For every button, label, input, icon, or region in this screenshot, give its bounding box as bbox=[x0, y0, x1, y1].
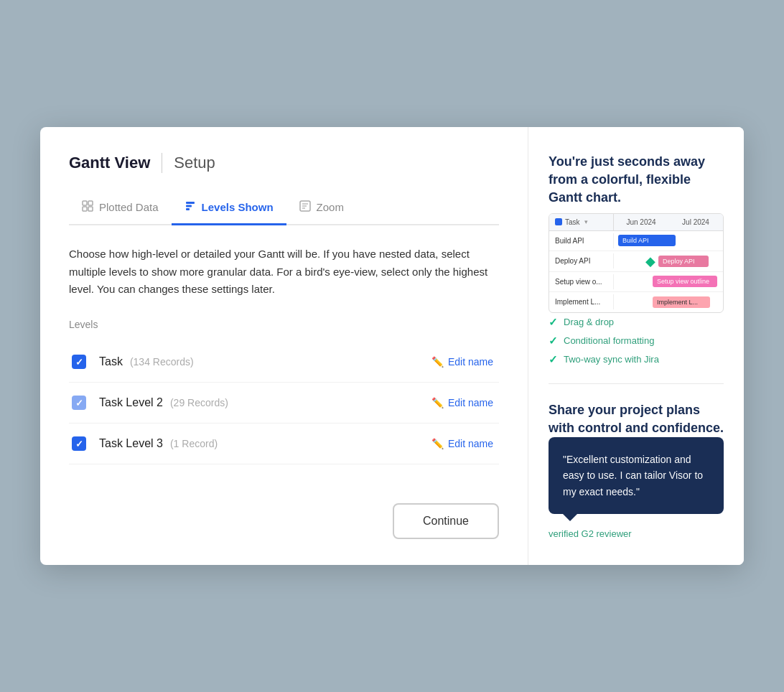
task-level-3-checkbox[interactable]: ✓ bbox=[72, 436, 86, 451]
task-level-3-edit-label: Edit name bbox=[448, 438, 493, 449]
testimonial-text: "Excellent customization and easy to use… bbox=[563, 452, 709, 500]
gantt-bar-build-api: Build API bbox=[618, 235, 676, 246]
tab-plotted-data[interactable]: Plotted Data bbox=[69, 193, 172, 225]
tabs-bar: Plotted Data Levels Shown bbox=[69, 193, 499, 225]
task-level-2-edit-name-button[interactable]: ✏️ Edit name bbox=[426, 394, 499, 411]
gantt-label-setup-view: Setup view o... bbox=[549, 274, 614, 289]
gantt-preview: Task ▾ Jun 2024 Jul 2024 Build API Build… bbox=[549, 213, 724, 313]
task-level-count: (134 Records) bbox=[130, 356, 426, 368]
gantt-bar-area-deploy-api: ◆ Deploy API bbox=[614, 251, 723, 271]
task-level-3-edit-name-button[interactable]: ✏️ Edit name bbox=[426, 435, 499, 452]
task-level-2-count: (29 Records) bbox=[170, 397, 426, 408]
svg-rect-1 bbox=[88, 201, 93, 205]
task-level-2-checkbox-wrap[interactable]: ✓ bbox=[69, 393, 89, 413]
svg-rect-0 bbox=[83, 201, 87, 205]
level-row-task: ✓ Task (134 Records) ✏️ Edit name bbox=[69, 342, 499, 383]
promo-section: You're just seconds away from a colorful… bbox=[549, 153, 724, 366]
plotted-data-icon bbox=[82, 200, 93, 215]
task-level-3-checkmark: ✓ bbox=[75, 439, 83, 449]
task-level-3-name: Task Level 3 bbox=[99, 437, 163, 450]
task-level-2-edit-icon: ✏️ bbox=[431, 397, 444, 408]
gantt-bar-deploy-api: Deploy API bbox=[658, 256, 709, 267]
gantt-bar-implement: Implement L... bbox=[653, 296, 710, 308]
feature-drag-drop: ✓ Drag & drop bbox=[549, 316, 724, 329]
levels-section-label: Levels bbox=[69, 319, 499, 330]
task-level-3-count: (1 Record) bbox=[170, 438, 426, 449]
svg-rect-5 bbox=[186, 205, 192, 207]
task-checkbox-wrap[interactable]: ✓ bbox=[69, 352, 89, 372]
svg-rect-6 bbox=[186, 208, 190, 210]
gantt-bar-setup-view: Setup view outline bbox=[653, 276, 717, 287]
gantt-label-build-api: Build API bbox=[549, 233, 614, 248]
gantt-label-implement: Implement L... bbox=[549, 294, 614, 309]
feature-conditional-label: Conditional formatting bbox=[564, 335, 654, 346]
svg-rect-2 bbox=[83, 207, 87, 211]
overlay: Gantt View Setup Plotted Data bbox=[0, 0, 784, 692]
gantt-col-task: Task ▾ bbox=[549, 214, 614, 230]
levels-shown-icon bbox=[185, 200, 196, 215]
task-level-3-edit-icon: ✏️ bbox=[431, 438, 444, 449]
left-panel: Gantt View Setup Plotted Data bbox=[40, 127, 528, 565]
task-level-3-checkbox-wrap[interactable]: ✓ bbox=[69, 434, 89, 454]
tab-levels-shown-label: Levels Shown bbox=[202, 201, 274, 213]
continue-button[interactable]: Continue bbox=[393, 503, 499, 539]
feature-list: ✓ Drag & drop ✓ Conditional formatting ✓… bbox=[549, 316, 724, 366]
check-icon-jira: ✓ bbox=[549, 353, 558, 366]
gantt-row-deploy-api: Deploy API ◆ Deploy API bbox=[549, 251, 723, 272]
check-icon-drag: ✓ bbox=[549, 316, 558, 329]
task-level-2-checkmark: ✓ bbox=[75, 398, 83, 408]
header-divider bbox=[162, 153, 162, 173]
task-level-name: Task bbox=[99, 355, 123, 368]
gantt-diamond-icon: ◆ bbox=[645, 253, 655, 269]
task-edit-icon: ✏️ bbox=[431, 356, 444, 368]
level-row-task-level-3: ✓ Task Level 3 (1 Record) ✏️ Edit name bbox=[69, 424, 499, 464]
description-text: Choose how high-level or detailed your G… bbox=[69, 246, 499, 299]
svg-rect-3 bbox=[88, 207, 93, 211]
tab-zoom[interactable]: Zoom bbox=[286, 193, 357, 225]
tab-levels-shown[interactable]: Levels Shown bbox=[172, 193, 286, 225]
share-section: Share your project plans with control an… bbox=[549, 401, 724, 540]
check-icon-conditional: ✓ bbox=[549, 335, 558, 347]
task-level-2-name: Task Level 2 bbox=[99, 396, 163, 409]
task-level-2-checkbox[interactable]: ✓ bbox=[72, 396, 86, 410]
task-checkmark: ✓ bbox=[75, 357, 83, 367]
task-checkbox[interactable]: ✓ bbox=[72, 355, 86, 369]
tab-plotted-data-label: Plotted Data bbox=[99, 201, 159, 213]
feature-jira-label: Two-way sync with Jira bbox=[564, 354, 659, 365]
gantt-header: Task ▾ Jun 2024 Jul 2024 bbox=[549, 214, 723, 231]
gantt-col-task-label: Task bbox=[565, 218, 580, 226]
task-edit-label: Edit name bbox=[448, 356, 493, 368]
share-title: Share your project plans with control an… bbox=[549, 401, 724, 437]
svg-rect-4 bbox=[186, 202, 195, 204]
gantt-label-deploy-api: Deploy API bbox=[549, 253, 614, 268]
right-panel: You're just seconds away from a colorful… bbox=[528, 127, 744, 565]
tab-zoom-label: Zoom bbox=[317, 201, 344, 213]
feature-drag-drop-label: Drag & drop bbox=[564, 317, 614, 327]
modal-footer: Continue bbox=[69, 480, 499, 539]
header-row: Gantt View Setup bbox=[69, 153, 499, 173]
reviewer-label: verified G2 reviewer bbox=[549, 528, 724, 539]
zoom-icon bbox=[299, 200, 311, 215]
gantt-bar-area-build-api: Build API bbox=[614, 233, 723, 248]
task-level-2-edit-label: Edit name bbox=[448, 397, 493, 408]
gantt-dropdown-icon: ▾ bbox=[584, 218, 588, 225]
gantt-row-build-api: Build API Build API bbox=[549, 231, 723, 251]
gantt-month-jul: Jul 2024 bbox=[668, 214, 723, 230]
modal-title: Gantt View bbox=[69, 154, 150, 172]
level-row-task-level-2: ✓ Task Level 2 (29 Records) ✏️ Edit name bbox=[69, 383, 499, 424]
promo-title: You're just seconds away from a colorful… bbox=[549, 153, 724, 207]
section-divider bbox=[549, 383, 724, 384]
modal-subtitle: Setup bbox=[174, 154, 215, 172]
testimonial-box: "Excellent customization and easy to use… bbox=[549, 437, 724, 514]
modal: Gantt View Setup Plotted Data bbox=[40, 127, 744, 565]
gantt-task-icon bbox=[555, 218, 562, 225]
feature-jira-sync: ✓ Two-way sync with Jira bbox=[549, 353, 724, 366]
gantt-bar-area-implement: Implement L... bbox=[614, 294, 723, 310]
task-edit-name-button[interactable]: ✏️ Edit name bbox=[426, 353, 499, 370]
gantt-row-setup-view: Setup view o... Setup view outline bbox=[549, 272, 723, 292]
gantt-month-jun: Jun 2024 bbox=[614, 214, 668, 230]
gantt-bar-area-setup-view: Setup view outline bbox=[614, 273, 723, 289]
gantt-row-implement: Implement L... Implement L... bbox=[549, 292, 723, 312]
feature-conditional: ✓ Conditional formatting bbox=[549, 335, 724, 347]
